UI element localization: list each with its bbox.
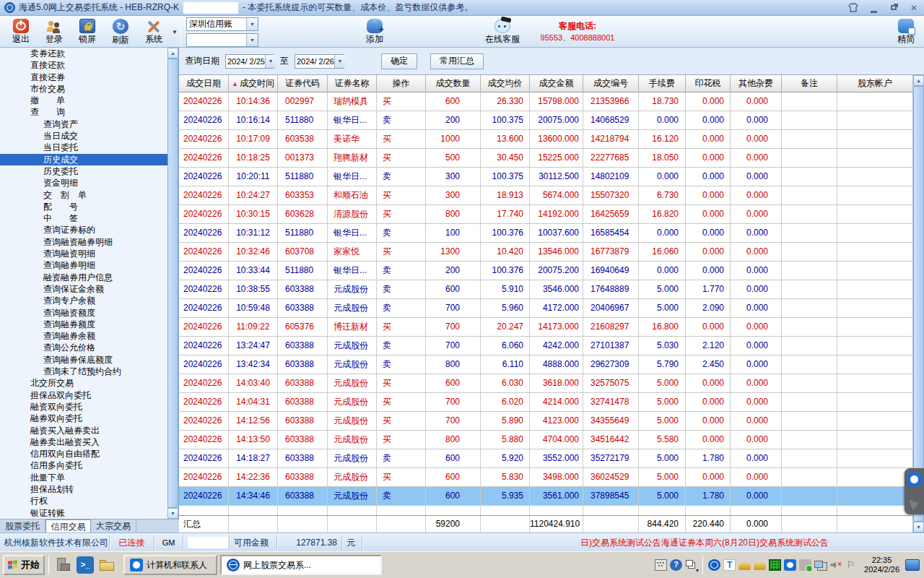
dropdown-arrow-icon[interactable]: ▼ (246, 18, 258, 30)
sidebar-item[interactable]: 批量下单 (0, 472, 167, 483)
quicklaunch-powershell-icon[interactable]: >_ (77, 556, 94, 574)
sidebar-item[interactable]: 交 割 单 (0, 189, 167, 201)
sidebar-item[interactable]: 查询融券余额 (0, 330, 167, 342)
table-row[interactable]: 2024022610:14:36002997瑞鹄模具买60026.3301579… (179, 92, 912, 111)
online-service-button[interactable]: 在线客服 (482, 17, 523, 46)
table-row[interactable]: 2024022614:13:50603388元成股份买8005.8804704.… (179, 431, 912, 449)
window-stack-icon[interactable] (685, 559, 697, 571)
sidebar-item[interactable]: 查询公允价格 (0, 342, 167, 353)
sidebar-item[interactable]: 撤 单 (0, 95, 167, 106)
refresh-button[interactable]: ↻ 刷新 (104, 17, 137, 46)
table-row[interactable]: 2024022610:20:11511880银华日...卖300100.3753… (179, 168, 912, 186)
sidebar-item[interactable]: 查询专户余额 (0, 295, 167, 306)
column-header[interactable]: 成交均价 (481, 75, 530, 92)
tray-flag-icon[interactable]: ⚐ (845, 559, 857, 571)
table-row[interactable]: 2024022614:18:27603388元成股份卖6005.9203552.… (179, 449, 912, 468)
scroll-down-icon[interactable]: ▼ (167, 508, 178, 519)
close-button[interactable]: ✕ (908, 3, 920, 13)
tray-car-icon[interactable] (754, 563, 766, 570)
sidebar-item[interactable]: 查询证券标的 (0, 224, 167, 236)
sidebar-item[interactable]: 银证转账 (0, 507, 167, 519)
column-header[interactable]: 成交金额 (530, 75, 583, 92)
sidebar-item[interactable]: 查询未了结预约合约 (0, 366, 167, 377)
sidebar-item[interactable]: 当日成交 (0, 130, 167, 142)
table-row[interactable]: 2024022613:42:34603388元成股份卖8006.1104888.… (179, 355, 912, 374)
sidebar-item[interactable]: 当日委托 (0, 142, 167, 153)
table-row[interactable]: 2024022614:22:36603388元成股份买6005.8303498.… (179, 468, 912, 487)
sidebar-item[interactable]: 融券双向委托 (0, 413, 167, 424)
sidebar-item[interactable]: 融券卖出融资买入 (0, 436, 167, 448)
scroll-down-icon[interactable]: ▼ (913, 522, 924, 532)
date-to-picker[interactable]: 2024/ 2/26 ▼ (295, 54, 344, 69)
tray-haitong-icon[interactable] (708, 559, 720, 571)
exit-button[interactable]: 退出 (4, 17, 38, 46)
sidebar-item[interactable]: 查询融资明细 (0, 248, 167, 259)
sidebar-item[interactable]: 查询融券明细 (0, 259, 167, 271)
column-header[interactable]: ▲成交时间 (229, 75, 278, 92)
tab-block-trading[interactable]: 大宗交易 (91, 519, 136, 532)
table-scrollbar[interactable]: ▲ ▼ (912, 75, 924, 532)
task-button-teamviewer[interactable]: 计算机和联系人 (123, 555, 217, 575)
sidebar-item[interactable]: 历史成交 (0, 154, 167, 165)
tab-stock-trading[interactable]: 股票委托 (0, 519, 45, 532)
column-header[interactable]: 成交日期 (179, 75, 229, 92)
scrollbar-thumb[interactable] (167, 59, 178, 508)
account-number-select[interactable]: ▼ (186, 33, 258, 47)
sidebar-item[interactable]: 直接还款 (0, 59, 167, 71)
table-row[interactable]: 2024022610:30:15603628清源股份买80017.7401419… (179, 205, 912, 224)
scroll-up-icon[interactable]: ▲ (167, 48, 178, 59)
tray-teamviewer-icon[interactable] (784, 559, 796, 571)
sidebar-item[interactable]: 直接还券 (0, 72, 167, 83)
common-summary-button[interactable]: 常用汇总 (430, 53, 484, 69)
compact-mode-button[interactable]: 精简 (891, 17, 921, 46)
sidebar-item[interactable]: 融资融券用户信息 (0, 272, 167, 283)
sidebar-item[interactable]: 资金明细 (0, 177, 167, 189)
table-row[interactable]: 2024022610:16:14511880银华日...卖200100.3752… (179, 111, 912, 130)
tray-volume-muted-icon[interactable] (829, 559, 842, 571)
table-row[interactable]: 2024022610:32:46603708家家悦买130010.4201354… (179, 243, 912, 262)
table-row[interactable]: 2024022614:04:31603388元成股份买7006.0204214.… (179, 393, 912, 412)
dropdown-arrow-icon[interactable]: ▼ (246, 34, 258, 46)
sidebar-item[interactable]: 卖券还款 (0, 48, 167, 59)
table-row[interactable]: 2024022614:34:46603388元成股份卖6005.9353561.… (179, 487, 912, 506)
table-row[interactable]: 2024022610:24:27603353和顺石油买30018.9135674… (179, 186, 912, 205)
sidebar-item[interactable]: 查 询 (0, 106, 167, 118)
scrollbar-thumb[interactable] (913, 86, 924, 522)
column-header[interactable]: 印花税 (686, 75, 731, 92)
sidebar-item[interactable]: 融资买入融券卖出 (0, 425, 167, 436)
table-row[interactable]: 2024022610:17:09603538美诺华买100013.6001360… (179, 130, 912, 149)
show-desktop-button[interactable] (905, 559, 920, 571)
sidebar-item[interactable]: 查询资产 (0, 118, 167, 130)
column-header[interactable]: 操作 (377, 75, 426, 92)
sidebar-item[interactable]: 查询融券额度 (0, 319, 167, 330)
tray-car-icon[interactable] (738, 563, 751, 570)
column-header[interactable]: 手续费 (639, 75, 686, 92)
minimize-button[interactable] (868, 3, 879, 13)
scroll-up-icon[interactable]: ▲ (913, 75, 924, 86)
table-row[interactable]: 2024022611:09:22605376博迁新材买70020.2471417… (179, 318, 912, 337)
table-row-empty[interactable] (179, 506, 912, 516)
sidebar-item[interactable]: 信用双向自由搭配 (0, 448, 167, 460)
sidebar-item[interactable]: 行权 (0, 495, 167, 506)
teamviewer-side-tab[interactable] (905, 468, 924, 514)
tray-usb-icon[interactable] (799, 559, 811, 571)
quicklaunch-folder-icon[interactable] (98, 556, 116, 574)
sidebar-item[interactable]: 市价交易 (0, 83, 167, 95)
sidebar-item[interactable]: 融资双向委托 (0, 401, 167, 413)
table-row[interactable]: 2024022610:31:12511880银华日...卖100100.3761… (179, 224, 912, 243)
tab-margin-trading[interactable]: 信用交易 (45, 519, 91, 532)
account-type-select[interactable]: 深圳信用账 ▼ (186, 17, 258, 31)
table-row[interactable]: 2024022610:59:48603388元成股份卖7005.9604172.… (179, 299, 912, 318)
sidebar-item[interactable]: 北交所交易 (0, 377, 167, 389)
restore-button[interactable] (888, 3, 899, 13)
column-header[interactable]: 其他杂费 (731, 75, 782, 92)
sidebar-item[interactable]: 查询保证金余额 (0, 283, 167, 295)
table-row[interactable]: 2024022614:12:56603388元成股份买7005.8904123.… (179, 412, 912, 431)
table-row[interactable]: 2024022613:24:47603388元成股份卖7006.0604242.… (179, 337, 912, 355)
tray-network-icon[interactable] (814, 559, 827, 571)
tray-t-icon[interactable]: T (723, 559, 736, 571)
column-header[interactable]: 证券代码 (278, 75, 328, 92)
column-header[interactable]: 股东帐户 (837, 75, 912, 92)
table-row[interactable]: 2024022610:33:44511880银华日...卖200100.3762… (179, 262, 912, 280)
keyboard-layout-icon[interactable] (655, 559, 667, 571)
